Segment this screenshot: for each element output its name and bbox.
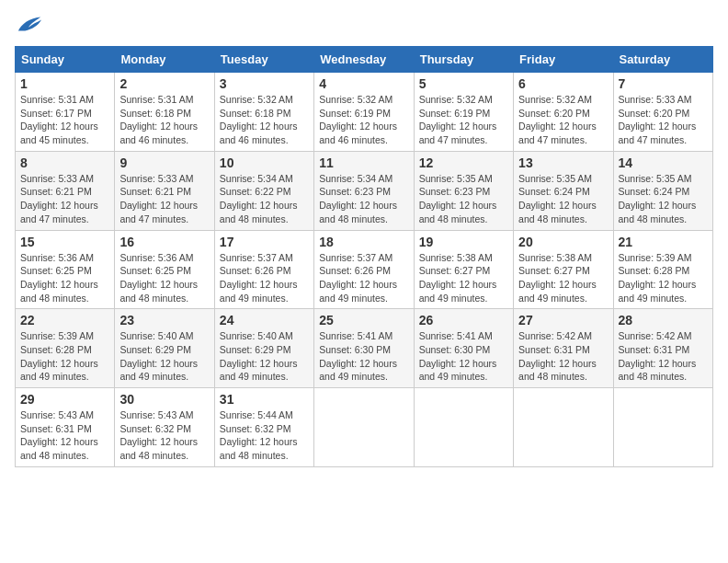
calendar-cell bbox=[514, 388, 613, 467]
day-number: 16 bbox=[119, 235, 209, 249]
day-number: 9 bbox=[119, 155, 209, 170]
calendar-day-header: Sunday bbox=[16, 47, 115, 73]
calendar-cell: 19Sunrise: 5:38 AMSunset: 6:27 PMDayligh… bbox=[414, 230, 513, 309]
day-info: Sunrise: 5:36 AMSunset: 6:25 PMDaylight:… bbox=[119, 251, 209, 305]
day-info: Sunrise: 5:44 AMSunset: 6:32 PMDaylight:… bbox=[220, 408, 309, 463]
day-number: 17 bbox=[220, 235, 309, 249]
calendar-cell: 25Sunrise: 5:41 AMSunset: 6:30 PMDayligh… bbox=[314, 309, 414, 388]
calendar-cell: 31Sunrise: 5:44 AMSunset: 6:32 PMDayligh… bbox=[214, 388, 313, 467]
day-number: 11 bbox=[319, 155, 408, 170]
calendar-cell: 22Sunrise: 5:39 AMSunset: 6:28 PMDayligh… bbox=[16, 309, 115, 388]
day-number: 3 bbox=[220, 76, 309, 91]
calendar-cell: 9Sunrise: 5:33 AMSunset: 6:21 PMDaylight… bbox=[115, 151, 214, 230]
day-number: 18 bbox=[319, 235, 408, 249]
day-info: Sunrise: 5:34 AMSunset: 6:23 PMDaylight:… bbox=[319, 172, 408, 226]
calendar-week-row: 1Sunrise: 5:31 AMSunset: 6:17 PMDaylight… bbox=[16, 73, 713, 152]
day-number: 27 bbox=[518, 313, 608, 327]
calendar-cell: 27Sunrise: 5:42 AMSunset: 6:31 PMDayligh… bbox=[514, 309, 613, 388]
day-info: Sunrise: 5:35 AMSunset: 6:24 PMDaylight:… bbox=[518, 172, 608, 226]
calendar-cell: 4Sunrise: 5:32 AMSunset: 6:19 PMDaylight… bbox=[314, 73, 414, 152]
day-info: Sunrise: 5:31 AMSunset: 6:17 PMDaylight:… bbox=[20, 93, 109, 147]
calendar-cell: 2Sunrise: 5:31 AMSunset: 6:18 PMDaylight… bbox=[115, 73, 214, 152]
day-info: Sunrise: 5:33 AMSunset: 6:21 PMDaylight:… bbox=[119, 172, 209, 226]
day-info: Sunrise: 5:32 AMSunset: 6:19 PMDaylight:… bbox=[319, 93, 408, 147]
calendar-week-row: 8Sunrise: 5:33 AMSunset: 6:21 PMDaylight… bbox=[16, 151, 713, 230]
calendar-cell: 17Sunrise: 5:37 AMSunset: 6:26 PMDayligh… bbox=[214, 230, 313, 309]
calendar-day-header: Tuesday bbox=[214, 47, 313, 73]
calendar-cell: 11Sunrise: 5:34 AMSunset: 6:23 PMDayligh… bbox=[314, 151, 414, 230]
calendar-cell bbox=[613, 388, 712, 467]
day-info: Sunrise: 5:33 AMSunset: 6:20 PMDaylight:… bbox=[619, 93, 708, 147]
day-number: 7 bbox=[619, 76, 708, 91]
day-info: Sunrise: 5:42 AMSunset: 6:31 PMDaylight:… bbox=[619, 329, 708, 384]
calendar-day-header: Friday bbox=[514, 47, 613, 73]
day-info: Sunrise: 5:43 AMSunset: 6:31 PMDaylight:… bbox=[20, 408, 109, 463]
calendar-day-header: Thursday bbox=[414, 47, 513, 73]
calendar-cell: 18Sunrise: 5:37 AMSunset: 6:26 PMDayligh… bbox=[314, 230, 414, 309]
day-info: Sunrise: 5:39 AMSunset: 6:28 PMDaylight:… bbox=[619, 251, 708, 305]
day-number: 19 bbox=[419, 235, 508, 249]
day-info: Sunrise: 5:39 AMSunset: 6:28 PMDaylight:… bbox=[20, 329, 109, 384]
calendar-cell: 23Sunrise: 5:40 AMSunset: 6:29 PMDayligh… bbox=[115, 309, 214, 388]
calendar-cell: 3Sunrise: 5:32 AMSunset: 6:18 PMDaylight… bbox=[214, 73, 313, 152]
calendar-cell: 15Sunrise: 5:36 AMSunset: 6:25 PMDayligh… bbox=[16, 230, 115, 309]
day-info: Sunrise: 5:32 AMSunset: 6:19 PMDaylight:… bbox=[419, 93, 508, 147]
day-number: 6 bbox=[518, 76, 608, 91]
day-info: Sunrise: 5:37 AMSunset: 6:26 PMDaylight:… bbox=[220, 251, 309, 305]
day-number: 26 bbox=[419, 313, 508, 327]
calendar-cell: 7Sunrise: 5:33 AMSunset: 6:20 PMDaylight… bbox=[613, 73, 712, 152]
day-number: 31 bbox=[220, 392, 309, 407]
calendar-week-row: 22Sunrise: 5:39 AMSunset: 6:28 PMDayligh… bbox=[16, 309, 713, 388]
day-number: 13 bbox=[518, 155, 608, 170]
day-info: Sunrise: 5:38 AMSunset: 6:27 PMDaylight:… bbox=[419, 251, 508, 305]
day-number: 24 bbox=[220, 313, 309, 327]
calendar-cell: 20Sunrise: 5:38 AMSunset: 6:27 PMDayligh… bbox=[514, 230, 613, 309]
header bbox=[15, 15, 713, 35]
calendar-cell: 21Sunrise: 5:39 AMSunset: 6:28 PMDayligh… bbox=[613, 230, 712, 309]
day-info: Sunrise: 5:40 AMSunset: 6:29 PMDaylight:… bbox=[220, 329, 309, 384]
day-number: 15 bbox=[20, 235, 109, 249]
day-number: 2 bbox=[119, 76, 209, 91]
calendar-cell: 26Sunrise: 5:41 AMSunset: 6:30 PMDayligh… bbox=[414, 309, 513, 388]
day-number: 21 bbox=[619, 235, 708, 249]
day-info: Sunrise: 5:34 AMSunset: 6:22 PMDaylight:… bbox=[220, 172, 309, 226]
calendar-day-header: Saturday bbox=[613, 47, 712, 73]
calendar-cell: 16Sunrise: 5:36 AMSunset: 6:25 PMDayligh… bbox=[115, 230, 214, 309]
day-number: 25 bbox=[319, 313, 408, 327]
calendar-cell: 30Sunrise: 5:43 AMSunset: 6:32 PMDayligh… bbox=[115, 388, 214, 467]
calendar-day-header: Wednesday bbox=[314, 47, 414, 73]
calendar-cell: 5Sunrise: 5:32 AMSunset: 6:19 PMDaylight… bbox=[414, 73, 513, 152]
logo-bird-icon bbox=[17, 15, 42, 35]
calendar-cell: 1Sunrise: 5:31 AMSunset: 6:17 PMDaylight… bbox=[16, 73, 115, 152]
day-info: Sunrise: 5:33 AMSunset: 6:21 PMDaylight:… bbox=[20, 172, 109, 226]
day-number: 14 bbox=[619, 155, 708, 170]
calendar-cell: 10Sunrise: 5:34 AMSunset: 6:22 PMDayligh… bbox=[214, 151, 313, 230]
calendar-cell bbox=[314, 388, 414, 467]
day-number: 8 bbox=[20, 155, 109, 170]
day-info: Sunrise: 5:35 AMSunset: 6:23 PMDaylight:… bbox=[419, 172, 508, 226]
logo bbox=[15, 15, 42, 35]
day-info: Sunrise: 5:42 AMSunset: 6:31 PMDaylight:… bbox=[518, 329, 608, 384]
day-info: Sunrise: 5:37 AMSunset: 6:26 PMDaylight:… bbox=[319, 251, 408, 305]
calendar-week-row: 29Sunrise: 5:43 AMSunset: 6:31 PMDayligh… bbox=[16, 388, 713, 467]
day-number: 20 bbox=[518, 235, 608, 249]
calendar-cell: 12Sunrise: 5:35 AMSunset: 6:23 PMDayligh… bbox=[414, 151, 513, 230]
day-info: Sunrise: 5:35 AMSunset: 6:24 PMDaylight:… bbox=[619, 172, 708, 226]
calendar-cell: 6Sunrise: 5:32 AMSunset: 6:20 PMDaylight… bbox=[514, 73, 613, 152]
day-info: Sunrise: 5:43 AMSunset: 6:32 PMDaylight:… bbox=[119, 408, 209, 463]
calendar-day-header: Monday bbox=[115, 47, 214, 73]
day-number: 28 bbox=[619, 313, 708, 327]
calendar-cell: 24Sunrise: 5:40 AMSunset: 6:29 PMDayligh… bbox=[214, 309, 313, 388]
calendar-cell bbox=[414, 388, 513, 467]
day-info: Sunrise: 5:41 AMSunset: 6:30 PMDaylight:… bbox=[319, 329, 408, 384]
day-info: Sunrise: 5:38 AMSunset: 6:27 PMDaylight:… bbox=[518, 251, 608, 305]
day-info: Sunrise: 5:36 AMSunset: 6:25 PMDaylight:… bbox=[20, 251, 109, 305]
day-info: Sunrise: 5:41 AMSunset: 6:30 PMDaylight:… bbox=[419, 329, 508, 384]
day-info: Sunrise: 5:31 AMSunset: 6:18 PMDaylight:… bbox=[119, 93, 209, 147]
day-number: 5 bbox=[419, 76, 508, 91]
calendar-header-row: SundayMondayTuesdayWednesdayThursdayFrid… bbox=[16, 47, 713, 73]
calendar-cell: 29Sunrise: 5:43 AMSunset: 6:31 PMDayligh… bbox=[16, 388, 115, 467]
day-number: 23 bbox=[119, 313, 209, 327]
day-number: 4 bbox=[319, 76, 408, 91]
day-info: Sunrise: 5:40 AMSunset: 6:29 PMDaylight:… bbox=[119, 329, 209, 384]
